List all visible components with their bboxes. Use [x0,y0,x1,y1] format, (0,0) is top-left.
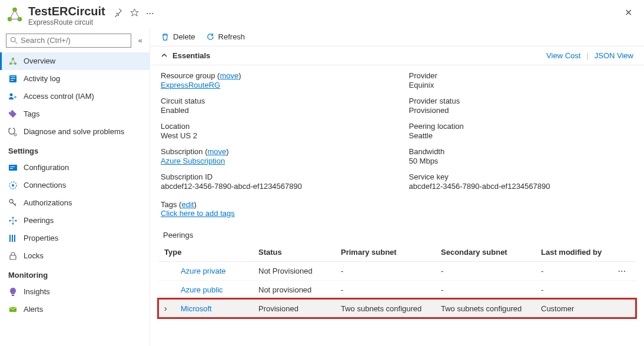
key-icon [8,198,18,208]
refresh-button[interactable]: Refresh [206,32,245,41]
svg-rect-18 [10,168,13,169]
peering-type-link[interactable]: Azure private [164,267,226,275]
nav-locks[interactable]: Locks [0,247,150,265]
essentials-label: Essentials [172,51,210,60]
connections-icon [8,181,18,190]
nav-section-settings: Settings [0,141,150,159]
expressroute-icon [6,6,24,24]
delete-button[interactable]: Delete [161,32,195,41]
nav-label: Overview [24,56,55,65]
subid-value: abcdef12-3456-7890-abcd-ef1234567890 [161,182,386,191]
svg-point-14 [10,111,11,112]
svg-rect-30 [12,295,14,296]
nav-properties[interactable]: Properties [0,229,150,247]
close-button[interactable]: ✕ [621,5,636,21]
table-row-highlighted[interactable]: ›Microsoft Provisioned Two subnets confi… [158,299,636,318]
peerings-table: Type Status Primary subnet Secondary sub… [158,243,636,318]
location-value: West US 2 [161,131,386,140]
nav-overview[interactable]: Overview [0,52,150,70]
search-input[interactable] [21,36,127,45]
nav-insights[interactable]: Insights [0,283,150,301]
col-modified[interactable]: Last modified by [535,243,612,262]
col-secondary[interactable]: Secondary subnet [435,243,535,262]
svg-rect-26 [9,235,11,242]
chevron-up-icon [161,52,168,59]
circuit-status-label: Circuit status [161,97,386,105]
table-row[interactable]: Azure public Not provisioned - - - [158,280,636,299]
peerings-title: Peerings [150,224,644,243]
peering-modified: Customer [535,299,612,318]
search-box[interactable] [6,34,131,48]
nav-label: Locks [24,251,44,260]
view-cost-link[interactable]: View Cost [546,51,580,60]
nav-access-control[interactable]: Access control (IAM) [0,88,150,105]
circuit-status-value: Enabled [161,106,386,115]
delete-label: Delete [173,32,195,41]
insights-icon [8,287,18,297]
svg-point-20 [12,184,14,187]
sub-value[interactable]: Azure Subscription [161,157,225,165]
svg-point-12 [10,93,13,96]
nav-authorizations[interactable]: Authorizations [0,194,150,212]
rg-move-link[interactable]: move [220,71,238,80]
refresh-icon [206,32,215,41]
sub-move-link[interactable]: move [208,147,227,156]
peering-primary: - [335,280,435,299]
nav-tags[interactable]: Tags [0,105,150,123]
rg-value[interactable]: ExpressRouteRG [161,81,220,89]
diagnose-icon [8,127,18,137]
pin-icon[interactable] [114,8,123,19]
provider-status-value: Provisioned [409,106,634,115]
row-more-button[interactable]: ··· [618,267,626,275]
nav-label: Access control (IAM) [24,92,94,101]
svg-point-3 [11,37,15,42]
search-icon [10,36,18,45]
col-type[interactable]: Type [158,243,253,262]
provider-value: Equinix [409,81,634,89]
nav-alerts[interactable]: Alerts [0,301,150,318]
tags-edit-link[interactable]: edit [181,200,194,209]
nav-label: Diagnose and solve problems [24,127,124,136]
peering-type-link[interactable]: Microsoft [164,304,212,313]
sub-label: Subscription (move) [161,147,386,156]
nav-configuration[interactable]: Configuration [0,159,150,177]
nav-label: Peerings [24,216,54,225]
svg-point-13 [14,96,16,98]
provider-status-label: Provider status [409,97,634,105]
page-subtitle: ExpressRoute circuit [28,18,621,26]
tags-add-link[interactable]: Click here to add tags [161,209,235,218]
nav-label: Tags [24,109,39,118]
table-row[interactable]: Azure private Not Provisioned - - - ··· [158,261,636,280]
alerts-icon [8,305,18,314]
peering-status: Not provisioned [253,280,335,299]
rg-label: Resource group (move) [161,71,386,80]
svg-rect-27 [12,235,13,242]
json-view-link[interactable]: JSON View [595,51,633,60]
svg-rect-29 [10,255,16,260]
peering-type-link[interactable]: Azure public [164,285,223,294]
peering-modified: - [535,280,612,299]
chevron-right-icon[interactable]: › [164,304,167,313]
essentials-toggle[interactable]: Essentials [161,51,210,60]
provider-label: Provider [409,71,634,80]
bandwidth-label: Bandwidth [409,147,634,156]
peering-secondary: Two subnets configured [435,299,535,318]
col-primary[interactable]: Primary subnet [335,243,435,262]
nav-label: Authorizations [24,198,72,207]
svg-rect-16 [9,165,17,171]
properties-icon [8,234,18,243]
col-status[interactable]: Status [253,243,335,262]
nav-peerings[interactable]: Peerings [0,212,150,229]
tags-icon [8,109,18,119]
main-content: Delete Refresh Essentials View Cost | JS… [150,29,644,346]
nav-activity-log[interactable]: Activity log [0,70,150,88]
collapse-sidebar-button[interactable]: « [136,34,145,47]
tags-label: Tags (edit) [161,200,633,209]
peering-primary: Two subnets configured [335,299,435,318]
bandwidth-value: 50 Mbps [409,157,634,165]
nav-diagnose[interactable]: Diagnose and solve problems [0,123,150,141]
expressroute-small-icon [8,56,18,66]
star-icon[interactable] [130,8,139,19]
more-icon[interactable]: ··· [146,9,154,18]
nav-connections[interactable]: Connections [0,177,150,194]
